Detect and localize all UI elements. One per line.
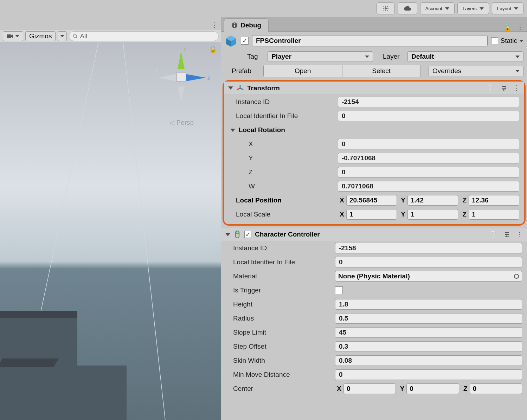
- layer-label: Layer: [383, 53, 404, 60]
- static-checkbox[interactable]: [491, 37, 498, 44]
- charactercontroller-title: Character Controller: [255, 231, 320, 238]
- scale-z-input[interactable]: 1: [469, 209, 519, 220]
- cc-istrigger-checkbox[interactable]: [335, 286, 343, 294]
- static-toggle[interactable]: Static: [491, 37, 523, 45]
- svg-line-7: [384, 10, 384, 11]
- prefab-open-button[interactable]: Open: [263, 65, 342, 77]
- settings-icon[interactable]: [501, 85, 507, 91]
- cc-instanceid-input[interactable]: -2158: [335, 243, 522, 253]
- svg-marker-15: [178, 86, 185, 102]
- svg-point-0: [385, 7, 387, 9]
- light-icon-button[interactable]: [377, 2, 395, 14]
- kebab-icon[interactable]: ⋮: [513, 84, 520, 92]
- tag-value: Player: [271, 53, 291, 60]
- svg-point-35: [236, 232, 239, 233]
- inspector-panel: Debug 🔒 ⋮ FPSController Static Tag Playe…: [221, 17, 527, 420]
- local-scale-label: Local Scale: [236, 211, 338, 218]
- layers-dropdown[interactable]: Layers: [457, 2, 489, 14]
- chevron-down-icon: [519, 40, 523, 42]
- svg-line-8: [387, 6, 388, 7]
- tag-label: Tag: [247, 53, 264, 60]
- cc-height-input[interactable]: 1.8: [335, 299, 522, 310]
- svg-point-24: [234, 23, 235, 24]
- cc-radius-input[interactable]: 0.5: [335, 313, 522, 324]
- rotation-w-label: W: [249, 182, 338, 190]
- charactercontroller-header[interactable]: Character Controller ❔ ⋮: [221, 228, 527, 241]
- inspector-tabs: Debug 🔒 ⋮: [221, 17, 527, 32]
- component-enabled-checkbox[interactable]: [244, 231, 251, 238]
- prefab-select-button[interactable]: Select: [342, 65, 421, 77]
- scene-search-input[interactable]: All: [69, 31, 219, 41]
- cc-center-y-input[interactable]: 0: [406, 383, 459, 394]
- svg-rect-23: [234, 25, 235, 27]
- tag-dropdown[interactable]: Player: [268, 51, 373, 62]
- kebab-icon[interactable]: ⋮: [517, 23, 523, 31]
- kebab-icon[interactable]: ⋮: [516, 231, 523, 239]
- cc-slope-input[interactable]: 45: [335, 327, 522, 338]
- cloud-icon-button[interactable]: [398, 2, 417, 14]
- help-icon[interactable]: ❔: [487, 84, 495, 92]
- instanceid-input[interactable]: -2154: [338, 97, 519, 107]
- cc-localid-label: Local Identfier In File: [233, 258, 335, 266]
- info-icon: [231, 22, 238, 28]
- scene-view[interactable]: 🔒 y z x ◁ Persp: [0, 42, 221, 420]
- rotation-y-input[interactable]: -0.7071068: [338, 153, 519, 163]
- gameobject-name-input[interactable]: FPSController: [252, 35, 488, 46]
- position-x-input[interactable]: 20.56845: [346, 195, 397, 206]
- rotation-y-label: Y: [249, 154, 338, 162]
- svg-line-29: [240, 88, 243, 90]
- settings-icon[interactable]: [504, 232, 510, 237]
- position-z-input[interactable]: 12.36: [469, 195, 519, 206]
- cc-localid-input[interactable]: 0: [335, 257, 522, 267]
- scale-x-input[interactable]: 1: [346, 209, 397, 220]
- layout-dropdown[interactable]: Layout: [492, 2, 523, 14]
- scene-geometry: [0, 358, 59, 367]
- localid-input[interactable]: 0: [338, 111, 519, 121]
- transform-header[interactable]: Transform ❔ ⋮: [224, 82, 524, 95]
- cc-minmove-input[interactable]: 0: [335, 369, 522, 380]
- foldout-icon[interactable]: [225, 233, 230, 236]
- cc-height-label: Height: [233, 301, 335, 308]
- top-toolbar: Account Layers Layout: [0, 0, 527, 17]
- gizmos-split[interactable]: [58, 31, 67, 41]
- active-checkbox[interactable]: [241, 37, 249, 45]
- prefab-overrides-dropdown[interactable]: Overrides: [429, 66, 523, 76]
- rotation-w-input[interactable]: 0.7071068: [338, 181, 519, 192]
- cc-material-field[interactable]: None (Physic Material): [335, 271, 522, 282]
- camera-dropdown[interactable]: [3, 31, 23, 41]
- svg-line-30: [237, 88, 240, 90]
- layer-value: Default: [411, 53, 434, 60]
- object-picker-icon[interactable]: [514, 274, 519, 279]
- cc-step-input[interactable]: 0.3: [335, 341, 522, 352]
- svg-rect-9: [7, 34, 11, 38]
- cc-instanceid-label: Instance ID: [233, 244, 335, 252]
- layout-label: Layout: [497, 6, 511, 11]
- rotation-x-label: X: [249, 140, 338, 148]
- tab-label: Debug: [240, 21, 261, 29]
- orientation-gizmo[interactable]: y z x: [151, 44, 211, 115]
- svg-text:z: z: [207, 75, 210, 80]
- chevron-down-icon: [515, 70, 520, 72]
- rotation-x-input[interactable]: 0: [338, 139, 519, 149]
- cc-center-z-input[interactable]: 0: [470, 383, 522, 394]
- svg-marker-14: [186, 74, 206, 81]
- lock-icon[interactable]: 🔒: [503, 23, 512, 31]
- account-dropdown[interactable]: Account: [420, 2, 455, 14]
- instanceid-label: Instance ID: [236, 98, 338, 106]
- scene-panel-menu[interactable]: ⋮: [0, 20, 221, 30]
- foldout-icon[interactable]: [228, 86, 233, 90]
- scale-y-input[interactable]: 1: [407, 209, 458, 220]
- svg-line-6: [387, 10, 388, 11]
- help-icon[interactable]: ❔: [489, 231, 498, 239]
- cc-istrigger-label: Is Trigger: [233, 286, 335, 294]
- layer-dropdown[interactable]: Default: [407, 51, 523, 62]
- position-y-input[interactable]: 1.42: [407, 195, 458, 206]
- svg-rect-16: [177, 72, 186, 82]
- cc-center-x-input[interactable]: 0: [343, 383, 396, 394]
- gizmos-dropdown[interactable]: Gizmos: [25, 31, 56, 41]
- tab-debug[interactable]: Debug: [224, 18, 269, 32]
- cc-skin-input[interactable]: 0.08: [335, 355, 522, 366]
- rotation-z-input[interactable]: 0: [338, 167, 519, 177]
- chevron-down-icon: [480, 7, 484, 10]
- foldout-icon[interactable]: [230, 129, 235, 132]
